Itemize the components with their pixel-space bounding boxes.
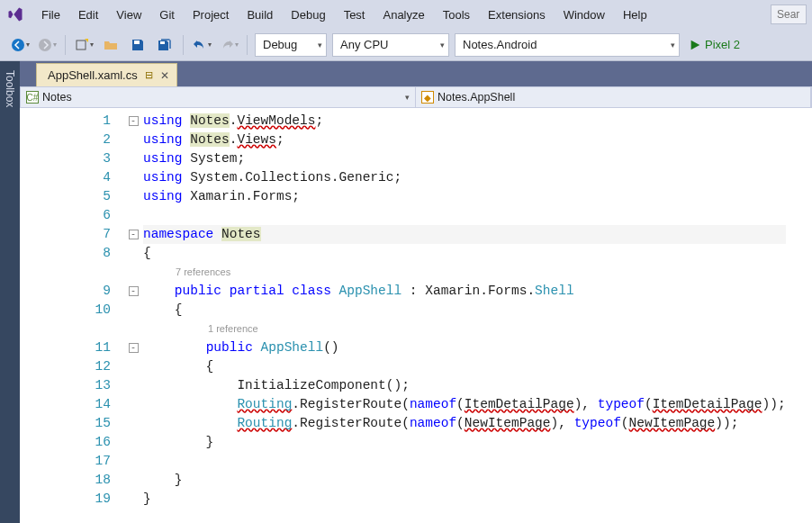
undo-button[interactable]: ▾	[189, 33, 214, 57]
new-project-button[interactable]: ▾	[71, 33, 96, 57]
menu-view[interactable]: View	[107, 3, 150, 27]
fold-toggle[interactable]: -	[129, 230, 139, 239]
menu-build[interactable]: Build	[238, 3, 282, 27]
fold-toggle[interactable]: -	[129, 286, 139, 296]
close-icon[interactable]: ✕	[160, 69, 169, 82]
open-file-button[interactable]	[98, 33, 123, 57]
fold-toggle[interactable]: -	[129, 116, 139, 126]
code-area[interactable]: using Notes.ViewModels;using Notes.Views…	[143, 108, 786, 523]
startup-project-combo[interactable]: Notes.Android▾	[455, 33, 680, 57]
line-number-gutter: 12345678 910 111213141516171819	[20, 108, 123, 523]
menu-git[interactable]: Git	[150, 3, 184, 27]
menu-tools[interactable]: Tools	[434, 3, 479, 27]
menu-project[interactable]: Project	[184, 3, 238, 27]
svg-point-0	[12, 39, 24, 51]
fold-column: ----	[123, 108, 143, 523]
editor-tab-active[interactable]: AppShell.xaml.cs ⊟ ✕	[36, 63, 177, 86]
nav-back-button[interactable]: ▾	[7, 33, 32, 57]
nav-forward-button[interactable]: ▾	[34, 33, 59, 57]
menu-help[interactable]: Help	[614, 3, 656, 27]
csharp-icon: C#	[26, 91, 39, 104]
class-icon: ◆	[421, 91, 434, 104]
code-editor[interactable]: 12345678 910 111213141516171819 ---- usi…	[20, 108, 812, 523]
svg-rect-2	[77, 41, 86, 50]
nav-type-combo[interactable]: ◆ Notes.AppShell	[416, 87, 811, 107]
fold-toggle[interactable]: -	[129, 343, 139, 353]
menu-file[interactable]: File	[32, 3, 69, 27]
menu-edit[interactable]: Edit	[69, 3, 107, 27]
svg-rect-4	[160, 41, 165, 44]
platform-combo[interactable]: Any CPU▾	[332, 33, 449, 57]
pin-icon[interactable]: ⊟	[145, 69, 153, 81]
redo-button[interactable]: ▾	[216, 33, 241, 57]
workspace: AppShell.xaml.cs ⊟ ✕ C# Notes ▾ ◆ Notes.…	[20, 61, 812, 523]
nav-project-combo[interactable]: C# Notes ▾	[21, 87, 416, 107]
menubar: FileEditViewGitProjectBuildDebugTestAnal…	[0, 0, 812, 29]
svg-point-1	[39, 39, 51, 51]
save-all-button[interactable]	[152, 33, 177, 57]
vs-logo-icon	[5, 5, 25, 24]
editor-navbar: C# Notes ▾ ◆ Notes.AppShell	[20, 86, 812, 108]
save-button[interactable]	[125, 33, 150, 57]
toolbar: ▾ ▾ ▾ ▾ ▾ Debug▾ Any CPU▾ Notes.Android▾…	[0, 29, 812, 61]
menu-debug[interactable]: Debug	[282, 3, 334, 27]
menu-window[interactable]: Window	[555, 3, 614, 27]
menu-test[interactable]: Test	[335, 3, 374, 27]
configuration-combo[interactable]: Debug▾	[255, 33, 327, 57]
svg-rect-3	[134, 41, 140, 44]
editor-tabbar: AppShell.xaml.cs ⊟ ✕	[20, 61, 812, 86]
menu-analyze[interactable]: Analyze	[374, 3, 433, 27]
codelens[interactable]: 1 reference	[143, 320, 786, 338]
codelens[interactable]: 7 references	[143, 263, 786, 282]
menu-search-input[interactable]	[771, 5, 807, 24]
start-debug-button[interactable]: Pixel 2	[683, 38, 745, 51]
menu-extensions[interactable]: Extensions	[479, 3, 555, 27]
toolbox-sidestrip[interactable]: Toolbox	[0, 61, 20, 523]
tab-title: AppShell.xaml.cs	[48, 68, 138, 82]
